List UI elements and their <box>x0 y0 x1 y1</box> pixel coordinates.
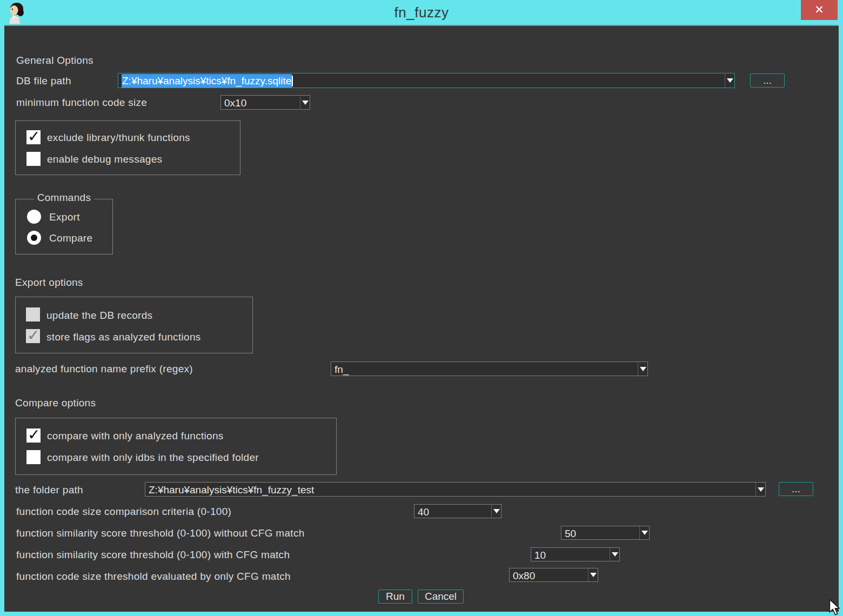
update-db-records-label[interactable]: update the DB records <box>46 309 152 323</box>
criteria-dropdown-button[interactable] <box>491 505 501 518</box>
export-radio[interactable] <box>27 210 41 224</box>
enable-debug-checkbox[interactable] <box>26 152 41 166</box>
export-options-heading: Export options <box>15 276 83 290</box>
compare-analyzed-checkbox[interactable] <box>26 428 41 443</box>
compare-radio-label[interactable]: Compare <box>49 231 92 245</box>
mouse-cursor-icon <box>828 599 842 616</box>
db-file-path-combobox[interactable]: Z:¥haru¥analysis¥tics¥fn_fuzzy.sqlite <box>118 73 735 88</box>
window-title: fn_fuzzy <box>0 4 843 21</box>
prefix-label: analyzed function name prefix (regex) <box>15 362 193 376</box>
min-code-size-dropdown[interactable]: 0x10 <box>220 95 310 110</box>
export-radio-label[interactable]: Export <box>49 210 80 224</box>
enable-debug-label[interactable]: enable debug messages <box>47 152 162 166</box>
threshold-without-cfg-value: 50 <box>561 526 639 539</box>
chevron-down-icon <box>493 509 500 513</box>
compare-idbs-label[interactable]: compare with only idbs in the specified … <box>47 451 259 465</box>
dialog-body: General Options DB file path Z:¥haru¥ana… <box>4 25 839 612</box>
min-code-size-label: minimum function code size <box>16 96 147 110</box>
store-flags-checkbox[interactable] <box>26 329 40 343</box>
db-file-path-browse-button[interactable]: ... <box>750 73 785 88</box>
compare-analyzed-label[interactable]: compare with only analyzed functions <box>47 429 224 443</box>
chevron-down-icon <box>640 367 646 371</box>
folder-path-combobox[interactable]: Z:¥haru¥analysis¥tics¥fn_fuzzy_test <box>145 482 766 497</box>
db-file-path-value[interactable]: Z:¥haru¥analysis¥tics¥fn_fuzzy.sqlite <box>118 73 725 88</box>
text-caret <box>292 76 293 86</box>
threshold-with-cfg-label: function similarity score threshold (0-1… <box>16 548 290 562</box>
criteria-label: function code size comparison criteria (… <box>16 505 231 519</box>
chevron-down-icon <box>758 487 764 492</box>
threshold-without-cfg-label: function similarity score threshold (0-1… <box>16 526 305 540</box>
store-flags-label[interactable]: store flags as analyzed functions <box>46 330 201 344</box>
exclude-library-checkbox[interactable] <box>26 130 41 144</box>
commands-group: Commands Export Compare <box>15 199 113 255</box>
run-button[interactable]: Run <box>378 590 412 604</box>
close-icon: ✕ <box>814 3 824 16</box>
db-file-path-dropdown-button[interactable] <box>725 73 734 88</box>
criteria-dropdown[interactable]: 40 <box>414 504 501 518</box>
size-threshold-cfg-dropdown-button[interactable] <box>588 568 598 581</box>
folder-path-label: the folder path <box>15 483 83 497</box>
cancel-button[interactable]: Cancel <box>418 590 464 604</box>
db-file-path-label: DB file path <box>16 74 71 88</box>
threshold-without-cfg-dropdown-button[interactable] <box>639 526 649 539</box>
exclude-library-label[interactable]: exclude library/thunk functions <box>47 131 190 145</box>
prefix-value[interactable]: fn_ <box>331 362 638 376</box>
criteria-value: 40 <box>414 505 491 518</box>
threshold-with-cfg-dropdown[interactable]: 10 <box>531 547 620 561</box>
min-code-size-dropdown-button[interactable] <box>300 96 310 109</box>
chevron-down-icon <box>302 101 309 105</box>
update-db-records-checkbox[interactable] <box>26 307 40 322</box>
chevron-down-icon <box>727 78 733 83</box>
folder-path-dropdown-button[interactable] <box>755 483 765 496</box>
titlebar[interactable]: fn_fuzzy ✕ <box>0 0 843 25</box>
threshold-without-cfg-dropdown[interactable]: 50 <box>561 526 650 540</box>
commands-legend: Commands <box>16 192 112 204</box>
folder-path-value[interactable]: Z:¥haru¥analysis¥tics¥fn_fuzzy_test <box>145 483 755 496</box>
compare-options-group: compare with only analyzed functions com… <box>15 418 337 475</box>
close-button[interactable]: ✕ <box>801 0 838 20</box>
min-code-size-value: 0x10 <box>221 96 300 109</box>
compare-radio[interactable] <box>27 231 41 245</box>
prefix-dropdown-button[interactable] <box>638 362 647 376</box>
chevron-down-icon <box>612 552 618 557</box>
folder-path-browse-button[interactable]: ... <box>779 482 813 496</box>
compare-idbs-checkbox[interactable] <box>26 450 41 464</box>
prefix-combobox[interactable]: fn_ <box>331 361 648 376</box>
size-threshold-cfg-label: function code size threshold evaluated b… <box>16 570 291 584</box>
chevron-down-icon <box>590 573 597 577</box>
export-options-group: update the DB records store flags as ana… <box>15 297 253 353</box>
size-threshold-cfg-dropdown[interactable]: 0x80 <box>509 568 598 582</box>
chevron-down-icon <box>641 531 648 535</box>
general-options-heading: General Options <box>16 53 93 68</box>
threshold-with-cfg-dropdown-button[interactable] <box>610 548 619 561</box>
size-threshold-cfg-value: 0x80 <box>510 568 588 581</box>
threshold-with-cfg-value: 10 <box>531 548 610 561</box>
general-checkbox-group: exclude library/thunk functions enable d… <box>15 120 240 175</box>
compare-options-heading: Compare options <box>15 396 96 410</box>
fn-fuzzy-dialog: fn_fuzzy ✕ General Options DB file path … <box>0 0 843 616</box>
